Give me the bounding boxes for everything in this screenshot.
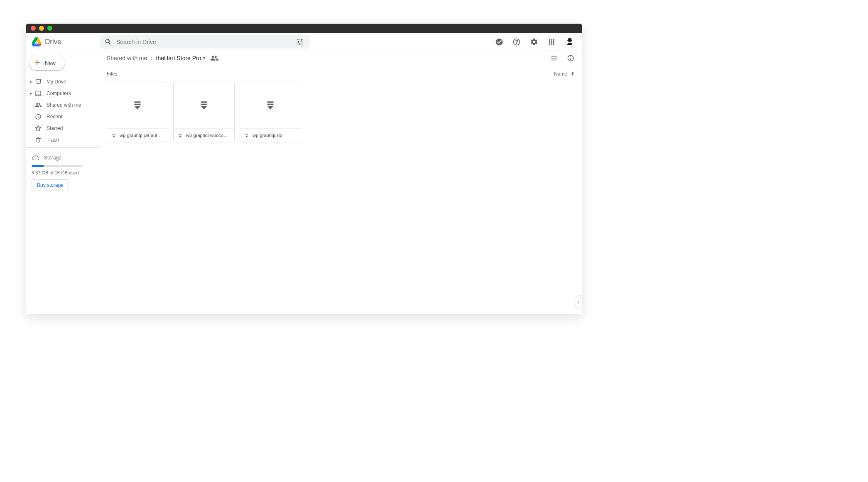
file-card[interactable]: wp-graphql-woocomm… xyxy=(173,81,235,142)
search-options-icon[interactable] xyxy=(295,37,305,47)
sidebar-item-trash[interactable]: Trash xyxy=(26,134,100,146)
svg-rect-4 xyxy=(201,101,207,103)
svg-rect-9 xyxy=(267,103,273,105)
sidebar-item-label: My Drive xyxy=(47,79,66,85)
chevron-right-icon: › xyxy=(150,54,152,62)
archive-icon xyxy=(111,133,116,138)
sidebar: New ▸ My Drive ▸ Computers xyxy=(26,51,100,314)
sidebar-item-label: Computers xyxy=(47,91,71,96)
archive-icon xyxy=(178,133,183,138)
info-icon[interactable] xyxy=(566,53,576,63)
drive-logo-icon xyxy=(32,37,42,47)
svg-rect-8 xyxy=(267,101,273,103)
trash-icon xyxy=(34,137,42,143)
offline-status-icon[interactable] xyxy=(494,37,504,47)
plus-icon xyxy=(33,59,41,66)
svg-rect-5 xyxy=(201,103,207,105)
file-name: wp-graphql-jwt-authen… xyxy=(120,133,164,138)
settings-icon[interactable] xyxy=(529,37,539,47)
account-avatar[interactable] xyxy=(564,36,576,48)
close-window-button[interactable] xyxy=(31,26,36,31)
file-thumbnail xyxy=(240,81,301,129)
sidebar-item-my-drive[interactable]: ▸ My Drive xyxy=(26,76,100,88)
svg-rect-6 xyxy=(179,134,182,135)
storage-progress xyxy=(32,165,82,167)
sidebar-item-computers[interactable]: ▸ Computers xyxy=(26,88,100,99)
app-window: Drive xyxy=(26,24,582,314)
new-button[interactable]: New xyxy=(29,55,65,70)
computers-icon xyxy=(34,90,42,97)
file-card[interactable]: wp-graphql.zip xyxy=(240,81,301,142)
section-label: Files xyxy=(107,71,117,77)
file-thumbnail xyxy=(107,81,168,129)
header-actions xyxy=(494,36,576,48)
storage-usage-text: 3.67 GB of 15 GB used xyxy=(32,170,94,175)
sidebar-item-recent[interactable]: Recent xyxy=(26,111,100,122)
archive-icon xyxy=(132,100,143,110)
storage-block: Storage 3.67 GB of 15 GB used Buy storag… xyxy=(26,149,100,191)
expand-icon[interactable]: ▸ xyxy=(29,80,33,84)
file-name: wp-graphql-woocomm… xyxy=(186,133,230,138)
chevron-down-icon[interactable]: ▾ xyxy=(203,56,205,60)
sidebar-item-storage[interactable]: Storage xyxy=(32,152,94,164)
apps-grid-icon[interactable] xyxy=(547,37,557,47)
nav: ▸ My Drive ▸ Computers Shared with me xyxy=(26,76,100,149)
svg-rect-2 xyxy=(113,134,115,135)
file-card[interactable]: wp-graphql-jwt-authen… xyxy=(107,81,168,142)
sidebar-item-shared[interactable]: Shared with me xyxy=(26,99,100,111)
search-input[interactable] xyxy=(116,39,295,45)
app-header: Drive xyxy=(26,33,582,51)
window-title-bar xyxy=(26,24,582,33)
svg-rect-11 xyxy=(245,135,248,136)
list-view-icon[interactable] xyxy=(549,53,559,63)
sidebar-item-label: Starred xyxy=(47,125,63,131)
svg-rect-0 xyxy=(134,101,140,103)
side-panel-toggle[interactable]: ‹ xyxy=(574,295,582,308)
buy-storage-button[interactable]: Buy storage xyxy=(32,179,69,191)
my-drive-icon xyxy=(34,78,42,85)
divider xyxy=(26,147,100,148)
svg-rect-3 xyxy=(113,135,115,136)
cloud-icon xyxy=(32,154,40,161)
svg-rect-10 xyxy=(245,134,248,135)
recent-icon xyxy=(34,113,42,120)
file-thumbnail xyxy=(174,81,234,129)
shared-folder-icon[interactable] xyxy=(209,53,219,63)
archive-icon xyxy=(199,100,209,110)
sidebar-item-starred[interactable]: Starred xyxy=(26,122,100,134)
file-name: wp-graphql.zip xyxy=(253,133,282,138)
brand-label: Drive xyxy=(45,38,61,46)
shared-icon xyxy=(34,102,42,108)
storage-label: Storage xyxy=(44,155,61,161)
breadcrumb-bar: Shared with me › theHart Store Pro ▾ xyxy=(100,51,582,65)
main-panel: Shared with me › theHart Store Pro ▾ xyxy=(100,51,582,314)
search-bar[interactable] xyxy=(100,35,310,49)
maximize-window-button[interactable] xyxy=(47,26,52,31)
expand-icon[interactable]: ▸ xyxy=(29,91,33,95)
help-icon[interactable] xyxy=(512,37,522,47)
breadcrumb-current-label: theHart Store Pro xyxy=(156,55,201,61)
archive-icon xyxy=(265,100,276,110)
svg-rect-7 xyxy=(179,135,182,136)
breadcrumb-current[interactable]: theHart Store Pro ▾ xyxy=(156,55,205,61)
arrow-up-icon xyxy=(570,71,576,77)
brand[interactable]: Drive xyxy=(32,37,100,47)
search-icon xyxy=(105,38,112,46)
content-area: Files Name wp- xyxy=(100,65,582,314)
svg-rect-1 xyxy=(134,103,140,105)
file-grid: wp-graphql-jwt-authen… wp-graphql-woocom… xyxy=(107,81,576,142)
sidebar-item-label: Shared with me xyxy=(47,102,81,108)
sort-label: Name xyxy=(554,71,567,77)
archive-icon xyxy=(244,133,249,138)
new-button-label: New xyxy=(45,60,56,66)
breadcrumb-root[interactable]: Shared with me xyxy=(107,55,147,61)
sort-control[interactable]: Name xyxy=(554,71,576,77)
sidebar-item-label: Trash xyxy=(47,137,59,143)
star-icon xyxy=(34,125,42,132)
sidebar-item-label: Recent xyxy=(47,114,62,120)
minimize-window-button[interactable] xyxy=(39,26,44,31)
